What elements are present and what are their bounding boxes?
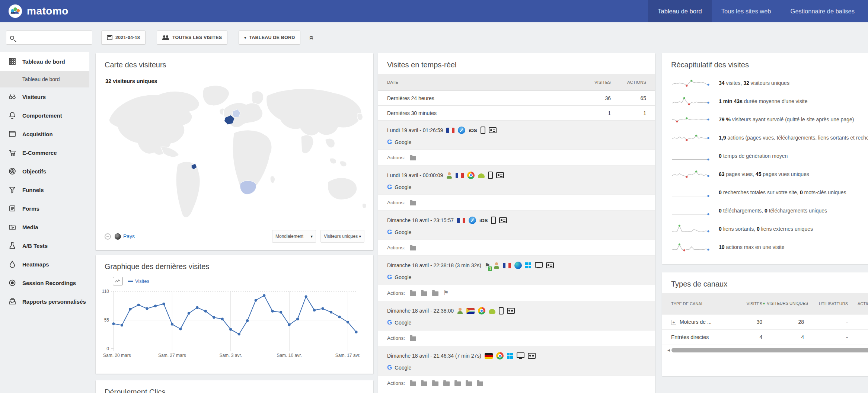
next-widget-panel: Déroulement Clics <box>96 380 373 393</box>
visit-actions-row: Actions: ⚑ <box>378 285 655 301</box>
col-utilisateurs[interactable]: UTILISATEURS <box>804 301 848 306</box>
summary-metric-text: 1,9 actions (pages vues, téléchargements… <box>719 135 868 141</box>
channel-table-row[interactable]: +Moteurs de ... 30 28 - <box>662 314 868 330</box>
summary-metric-row[interactable]: 1 min 43s durée moyenne d'une visite <box>662 92 868 110</box>
visits-line-chart[interactable]: 055110Sam. 20 marsSam. 27 marsSam. 3 avr… <box>96 285 366 367</box>
realtime-visit-row[interactable]: Lundi 19 avril - 00:00:09 G Google <box>378 166 655 195</box>
realtime-summary-row[interactable]: Dernières 24 heures3665 <box>378 91 655 106</box>
sidebar-item-e-commerce[interactable]: E-Commerce <box>0 143 89 162</box>
summary-metric-text: 10 actions max en une visite <box>719 244 785 250</box>
france-flag-icon <box>503 263 511 268</box>
map-metric-select[interactable]: Visiteurs uniques ▾ <box>320 230 364 243</box>
visit-referrer: Google <box>395 139 411 145</box>
world-map[interactable] <box>96 74 373 226</box>
map-country-south-africa <box>240 181 256 195</box>
google-icon: G <box>387 139 392 145</box>
sparkline-chart <box>671 77 712 89</box>
france-flag-icon <box>457 218 465 223</box>
summary-metric-row[interactable]: 63 pages vues, 45 pages vues uniques <box>662 165 868 183</box>
behaviour-icon <box>8 111 16 119</box>
segment-selector-button[interactable]: TOUTES LES VISITES <box>157 31 227 45</box>
summary-metric-row[interactable]: 0 téléchargements, 0 téléchargements uni… <box>662 201 868 220</box>
channel-visites: 30 <box>727 319 762 325</box>
visitor-profile-icon <box>496 172 504 178</box>
summary-metric-row[interactable]: 34 visites, 32 visiteurs uniques <box>662 74 868 92</box>
summary-metric-row[interactable]: 10 actions max en une visite <box>662 238 868 256</box>
top-nav-item[interactable]: Gestionnaire de balises <box>781 0 864 22</box>
sidebar-item-acquisition[interactable]: Acquisition <box>0 125 89 143</box>
france-flag-icon <box>456 173 464 178</box>
top-nav-links: Tableau de bordTous les sites webGestion… <box>648 0 864 22</box>
channel-table-row[interactable]: Entrées directes 4 4 - <box>662 330 868 345</box>
realtime-visit-row[interactable]: Dimanche 18 avril - 21:46:34 (7 min 27s)… <box>378 346 655 376</box>
channel-visites: 4 <box>727 334 762 340</box>
chart-legend-visites[interactable]: Visites <box>128 278 149 284</box>
horizontal-scrollbar[interactable]: ◀ <box>667 348 868 352</box>
sidebar-item-a-b-tests[interactable]: A/B Tests <box>0 236 89 255</box>
returning-visitor-icon <box>446 172 452 179</box>
map-region-select[interactable]: Mondialement ▾ <box>272 230 316 243</box>
export-image-icon[interactable] <box>113 277 123 285</box>
search-input[interactable] <box>6 31 92 45</box>
summary-actions-value: 65 <box>611 95 646 101</box>
sidebar-item-session-recordings[interactable]: Session Recordings <box>0 274 89 292</box>
realtime-visit-row[interactable]: Dimanche 18 avril - 22:38:00 G Google <box>378 301 655 330</box>
matomo-logo[interactable]: matomo <box>0 4 68 18</box>
page-folder-icon <box>466 381 472 386</box>
top-nav-item[interactable]: Tous les sites web <box>712 0 781 22</box>
col-actions[interactable]: ACTIONS <box>848 301 868 306</box>
sidebar-item-comportement[interactable]: Comportement <box>0 106 89 125</box>
expand-row-icon[interactable]: + <box>671 320 676 325</box>
sidebar-item-forms[interactable]: Forms <box>0 199 89 218</box>
chevron-down-icon: ▾ <box>310 234 313 239</box>
sparkline-chart <box>671 223 712 235</box>
realtime-summary-row[interactable]: Dernières 30 minutes11 <box>378 106 655 121</box>
summary-metric-row[interactable]: 79 % visiteurs ayant survolé (quitté le … <box>662 110 868 128</box>
page-folder-icon <box>432 381 438 386</box>
collapse-header-icon[interactable]: « <box>307 35 316 40</box>
sidebar-item-visiteurs[interactable]: Visiteurs <box>0 87 89 106</box>
sidebar-menu: Tableau de bordTableau de bordVisiteursC… <box>0 52 89 393</box>
scrollbar-thumb[interactable] <box>671 348 868 352</box>
map-zoom-out-icon[interactable] <box>105 233 111 240</box>
channel-uniques: 4 <box>762 335 804 340</box>
summary-metric-row[interactable]: 1,9 actions (pages vues, téléchargements… <box>662 128 868 147</box>
windows-os-icon <box>507 353 513 359</box>
col-date[interactable]: DATE <box>387 80 575 84</box>
channel-label[interactable]: Entrées directes <box>671 334 727 340</box>
summary-metric-row[interactable]: 0 liens sortants, 0 liens externes uniqu… <box>662 220 868 238</box>
custom-reports-icon <box>8 297 16 306</box>
map-pays-link[interactable]: Pays <box>123 233 135 239</box>
sidebar-subitem-tableau-de-bord[interactable]: Tableau de bord <box>0 71 89 87</box>
dashboard-selector-label: TABLEAU DE BORD <box>249 35 295 40</box>
realtime-visit-row[interactable]: Dimanche 18 avril - 22:38:18 (3 min 32s)… <box>378 256 655 285</box>
dashboard-selector-button[interactable]: ▾ TABLEAU DE BORD <box>239 31 300 45</box>
realtime-visit-row[interactable]: Lundi 19 avril - 01:26:59 iOS G Google <box>378 121 655 150</box>
date-range-button[interactable]: 2021-04-18 <box>101 31 146 45</box>
visit-datetime: Dimanche 18 avril - 22:38:18 (3 min 32s) <box>387 262 481 268</box>
sidebar-item-funnels[interactable]: Funnels <box>0 180 89 199</box>
globe-icon[interactable] <box>115 233 121 240</box>
col-type-de-canal[interactable]: TYPE DE CANAL <box>671 301 727 306</box>
summary-metric-row[interactable]: 0 temps de génération moyen <box>662 147 868 165</box>
channel-label[interactable]: +Moteurs de ... <box>671 319 727 325</box>
sparkline-chart <box>671 186 712 199</box>
col-visites[interactable]: VISITES <box>575 80 611 84</box>
sparkline-chart <box>671 241 712 253</box>
acquisition-icon <box>8 130 16 138</box>
smartphone-icon <box>491 217 496 224</box>
realtime-visit-row[interactable]: Dimanche 18 avril - 23:15:57 iOS G Googl… <box>378 211 655 240</box>
visitor-profile-icon <box>528 353 536 359</box>
top-nav-item[interactable]: Tableau de bord <box>648 0 711 22</box>
col-visites[interactable]: VISITES <box>727 301 762 306</box>
sidebar-item-objectifs[interactable]: Objectifs <box>0 162 89 180</box>
visitor-profile-icon <box>546 262 554 268</box>
visit-referrer: Google <box>395 274 411 280</box>
summary-metric-row[interactable]: 0 recherches totales sur votre site, 0 m… <box>662 183 868 201</box>
sidebar-item-rapports-personnalis-s[interactable]: Rapports personnalisés <box>0 292 89 311</box>
sidebar-item-heatmaps[interactable]: Heatmaps <box>0 255 89 274</box>
col-visiteurs-uniques[interactable]: ▼VISITEURS UNIQUES <box>762 301 804 306</box>
sidebar-item-media[interactable]: Media <box>0 218 89 236</box>
sidebar-item-tableau-de-bord[interactable]: Tableau de bord <box>0 52 89 71</box>
col-actions[interactable]: ACTIONS <box>611 80 646 84</box>
